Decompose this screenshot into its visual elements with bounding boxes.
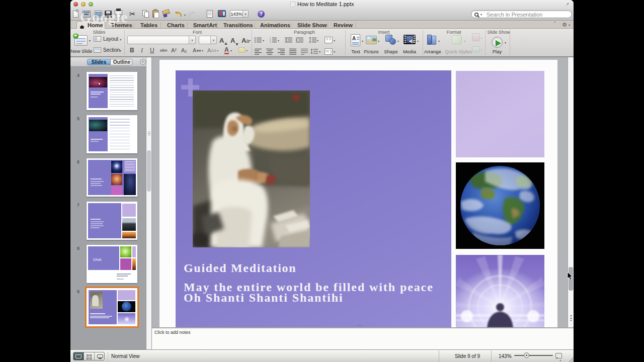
svg-text:3: 3 xyxy=(270,41,271,43)
